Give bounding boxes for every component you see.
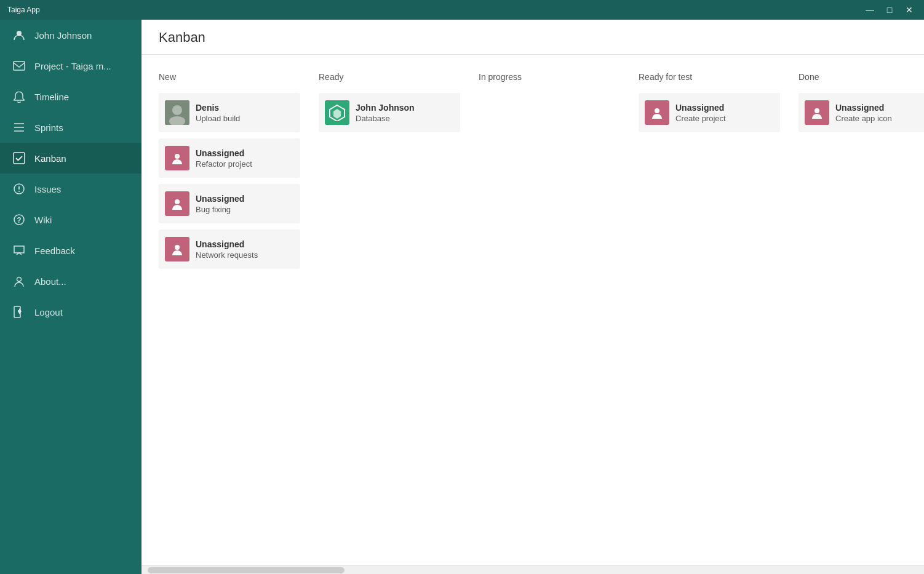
- maximize-button[interactable]: □: [882, 4, 897, 16]
- kanban-columns: New Denis Upload build + ✎: [159, 72, 924, 275]
- card-avatar-c3: [165, 191, 189, 216]
- svg-point-8: [18, 191, 20, 192]
- svg-point-21: [655, 108, 659, 113]
- svg-point-14: [172, 105, 182, 115]
- sidebar-label-timeline: Timeline: [34, 92, 69, 102]
- card-info-c7: Unassigned Create app icon: [835, 103, 924, 123]
- card-c4[interactable]: Unassigned Network requests + ✎: [159, 229, 300, 269]
- column-in-progress: In progress: [479, 72, 620, 275]
- wiki-icon: ?: [12, 213, 26, 226]
- sidebar-item-user[interactable]: John Johnson: [0, 20, 141, 50]
- column-ready-for-test: Ready for test Unassigned Create project…: [639, 72, 780, 275]
- card-avatar-c1: [165, 100, 189, 125]
- column-header-ready-for-test: Ready for test: [639, 72, 780, 82]
- kanban-icon: [12, 151, 26, 165]
- sidebar-item-issues[interactable]: Issues: [0, 173, 141, 204]
- feedback-icon: [12, 244, 26, 257]
- sidebar-label-kanban: Kanban: [34, 153, 66, 164]
- bell-icon: [12, 90, 26, 103]
- column-header-done: Done: [799, 72, 924, 82]
- card-c1[interactable]: Denis Upload build + ✎: [159, 93, 300, 132]
- sidebar-item-sprints[interactable]: Sprints: [0, 112, 141, 143]
- card-avatar-c5: [325, 100, 349, 125]
- card-task-c7: Create app icon: [835, 114, 924, 123]
- user-icon: [12, 28, 26, 42]
- sidebar-item-about[interactable]: About...: [0, 266, 141, 297]
- page-header: Kanban: [141, 20, 924, 55]
- card-c3[interactable]: Unassigned Bug fixing + ✎: [159, 184, 300, 223]
- sidebar: John Johnson Project - Taiga m... Timeli…: [0, 20, 141, 574]
- sidebar-label-feedback: Feedback: [34, 245, 75, 256]
- svg-point-16: [175, 154, 180, 159]
- sidebar-item-wiki[interactable]: ? Wiki: [0, 204, 141, 235]
- card-avatar-c6: [645, 100, 669, 125]
- sidebar-item-kanban[interactable]: Kanban: [0, 143, 141, 173]
- card-c7[interactable]: Unassigned Create app icon + ✎: [799, 93, 924, 132]
- svg-rect-5: [14, 153, 25, 164]
- card-avatar-c2: [165, 146, 189, 170]
- page-title: Kanban: [159, 30, 907, 46]
- column-header-in-progress: In progress: [479, 72, 620, 82]
- scrollbar-thumb[interactable]: [148, 567, 345, 573]
- horizontal-scrollbar[interactable]: [141, 565, 924, 574]
- sidebar-label-issues: Issues: [34, 184, 61, 194]
- sidebar-item-feedback[interactable]: Feedback: [0, 235, 141, 266]
- card-c2[interactable]: Unassigned Refactor project + ✎: [159, 138, 300, 178]
- column-header-ready: Ready: [319, 72, 460, 82]
- main-content: Kanban New Denis Upload build: [141, 20, 924, 574]
- svg-point-11: [17, 277, 22, 282]
- window-controls: — □ ✕: [862, 4, 917, 16]
- column-header-new: New: [159, 72, 300, 82]
- app-title: Taiga App: [7, 6, 40, 14]
- svg-rect-1: [14, 62, 25, 70]
- kanban-board: New Denis Upload build + ✎: [141, 55, 924, 565]
- minimize-button[interactable]: —: [862, 4, 877, 16]
- logout-icon: [12, 305, 26, 319]
- svg-point-17: [175, 199, 180, 204]
- card-c6[interactable]: Unassigned Create project + ✎: [639, 93, 780, 132]
- app-body: John Johnson Project - Taiga m... Timeli…: [0, 20, 924, 574]
- column-ready: Ready John Johnson Database + ✎: [319, 72, 460, 275]
- svg-text:?: ?: [17, 216, 21, 225]
- sidebar-label-logout: Logout: [34, 307, 63, 317]
- sidebar-item-project[interactable]: Project - Taiga m...: [0, 50, 141, 81]
- titlebar: Taiga App — □ ✕: [0, 0, 924, 20]
- card-c5[interactable]: John Johnson Database + ✎: [319, 93, 460, 132]
- sidebar-label-user: John Johnson: [34, 30, 92, 41]
- sprints-icon: [12, 121, 26, 134]
- svg-point-22: [814, 108, 819, 113]
- svg-point-18: [175, 245, 180, 250]
- column-new: New Denis Upload build + ✎: [159, 72, 300, 275]
- sidebar-label-wiki: Wiki: [34, 215, 52, 225]
- mail-icon: [12, 59, 26, 73]
- svg-marker-20: [333, 109, 341, 119]
- card-avatar-c7: [805, 100, 829, 125]
- sidebar-label-about: About...: [34, 276, 66, 287]
- sidebar-label-project: Project - Taiga m...: [34, 61, 111, 71]
- card-avatar-c4: [165, 237, 189, 261]
- column-done: Done Unassigned Create app icon + ✎: [799, 72, 924, 275]
- card-name-c7: Unassigned: [835, 103, 924, 113]
- issues-icon: [12, 182, 26, 196]
- sidebar-item-timeline[interactable]: Timeline: [0, 81, 141, 112]
- close-button[interactable]: ✕: [902, 4, 917, 16]
- sidebar-item-logout[interactable]: Logout: [0, 297, 141, 327]
- sidebar-label-sprints: Sprints: [34, 122, 63, 133]
- about-icon: [12, 274, 26, 288]
